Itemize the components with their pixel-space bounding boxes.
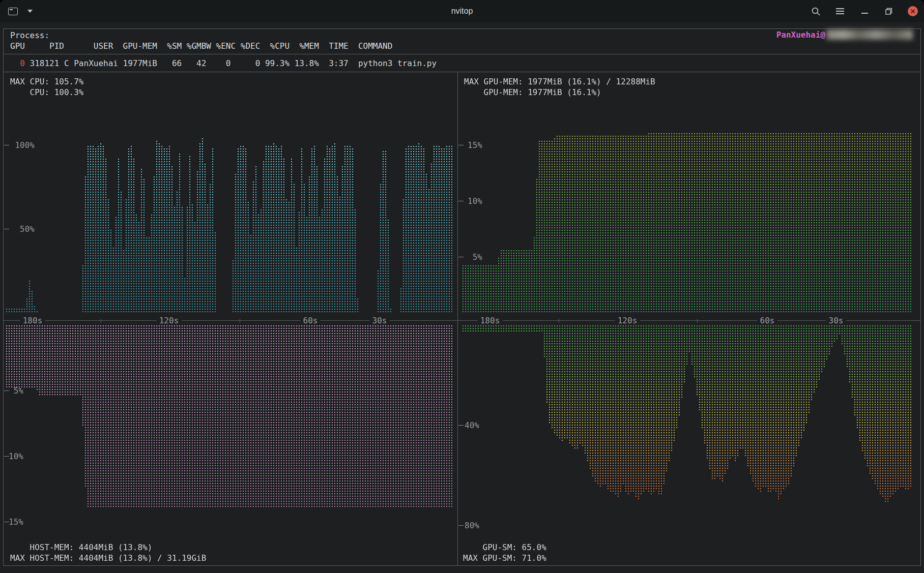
close-x-icon: ✕: [910, 8, 916, 15]
gpu-mem-history-chart: [463, 75, 914, 313]
gpu-sm-stats-text: GPU-SM: 65.0% MAX GPU-SM: 71.0%: [463, 542, 546, 563]
menu-icon[interactable]: [834, 6, 846, 17]
cpu-history-chart: [6, 75, 454, 313]
y-axis-tick-label: 10%: [0, 451, 23, 461]
time-axis-tick: [559, 319, 559, 323]
header-separator: [4, 54, 920, 54]
time-axis-label: 120s: [157, 316, 182, 325]
y-axis-tick-label: 80%: [434, 521, 479, 530]
y-axis-tick-label: 5%: [437, 252, 482, 262]
time-axis-label: 60s: [301, 316, 321, 325]
y-axis-tick-label: 40%: [434, 420, 479, 430]
gpu-mem-stats-text: MAX GPU-MEM: 1977MiB (16.1%) / 12288MiB …: [464, 76, 655, 98]
y-axis-tick-label: 100%: [0, 140, 35, 150]
y-axis-tick-label: 15%: [437, 140, 482, 150]
gpu-sm-history-chart: [463, 325, 914, 544]
window-title: nvitop: [0, 0, 924, 22]
maximize-button[interactable]: [883, 6, 894, 17]
y-axis-tick-label: 15%: [0, 517, 23, 527]
process-row-values: 318121 C PanXuehai 1977MiB 66 42 0 0 99.…: [25, 58, 437, 68]
process-table-header: GPU PID USER GPU-MEM %SM %GMBW %ENC %DEC…: [10, 41, 392, 51]
time-axis-line: [4, 320, 920, 321]
y-axis-tick-label: 10%: [437, 196, 482, 206]
time-axis-label: 30s: [826, 316, 846, 325]
time-axis-label: 120s: [615, 316, 640, 325]
time-axis-label: 60s: [758, 316, 777, 325]
session-user: PanXuehai@: [776, 29, 913, 40]
y-axis-tick-label: 50%: [0, 224, 35, 234]
hostname-redacted: [826, 29, 913, 40]
process-panel-title: Process:: [10, 31, 49, 40]
cpu-stats-text: MAX CPU: 105.7% CPU: 100.3%: [10, 76, 84, 98]
process-gpu-id: 0: [10, 58, 25, 68]
terminal-window: nvitop ✕ Process:: [0, 0, 924, 573]
y-axis-tick-label: 5%: [0, 386, 23, 396]
process-row[interactable]: 0 318121 C PanXuehai 1977MiB 66 42 0 0 9…: [10, 58, 437, 68]
search-icon[interactable]: [810, 6, 821, 17]
time-axis-tick: [240, 319, 240, 323]
username-text: PanXuehai@: [776, 30, 825, 40]
time-axis-label: 180s: [478, 316, 503, 325]
titlebar: nvitop ✕: [0, 0, 924, 22]
process-separator: [4, 72, 920, 72]
time-axis-tick: [697, 319, 698, 323]
close-button[interactable]: ✕: [908, 6, 918, 16]
time-axis-label: 30s: [370, 316, 390, 325]
host-mem-stats-text: HOST-MEM: 4404MiB (13.8%) MAX HOST-MEM: …: [10, 542, 206, 563]
host-mem-history-chart: [6, 325, 454, 544]
time-axis-tick: [101, 319, 101, 323]
time-axis-label: 180s: [20, 316, 45, 325]
minimize-button[interactable]: [859, 6, 870, 17]
